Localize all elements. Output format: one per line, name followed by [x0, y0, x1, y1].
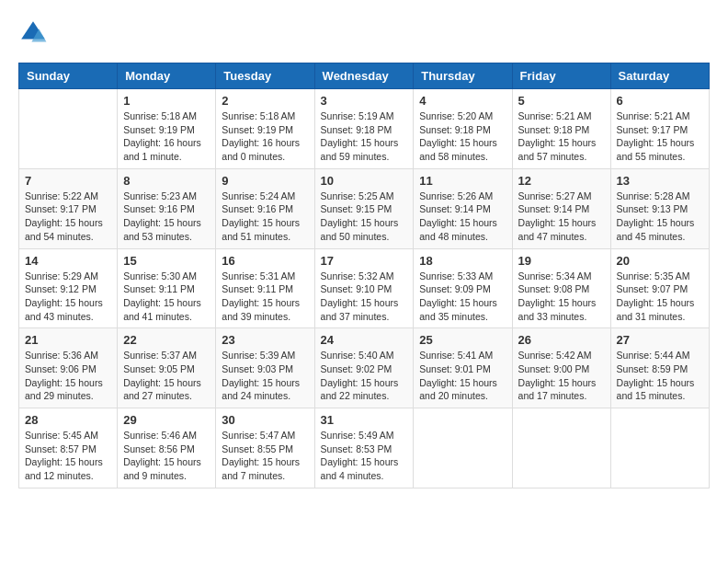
- calendar-cell: 21Sunrise: 5:36 AM Sunset: 9:06 PM Dayli…: [19, 328, 118, 408]
- day-number: 18: [419, 254, 506, 268]
- day-number: 29: [123, 413, 210, 427]
- calendar-cell: 16Sunrise: 5:31 AM Sunset: 9:11 PM Dayli…: [216, 248, 314, 328]
- calendar-cell: 24Sunrise: 5:40 AM Sunset: 9:02 PM Dayli…: [314, 328, 414, 408]
- calendar-cell: 18Sunrise: 5:33 AM Sunset: 9:09 PM Dayli…: [414, 248, 512, 328]
- logo-icon: [18, 18, 48, 48]
- day-number: 15: [123, 254, 210, 268]
- day-info: Sunrise: 5:36 AM Sunset: 9:06 PM Dayligh…: [25, 349, 111, 403]
- calendar-cell: 3Sunrise: 5:19 AM Sunset: 9:18 PM Daylig…: [314, 89, 414, 169]
- day-header-saturday: Saturday: [610, 63, 709, 89]
- day-info: Sunrise: 5:22 AM Sunset: 9:17 PM Dayligh…: [25, 190, 111, 244]
- calendar-cell: 29Sunrise: 5:46 AM Sunset: 8:56 PM Dayli…: [118, 408, 216, 488]
- day-number: 8: [123, 174, 210, 188]
- calendar-cell: 9Sunrise: 5:24 AM Sunset: 9:16 PM Daylig…: [216, 168, 314, 248]
- calendar-cell: 6Sunrise: 5:21 AM Sunset: 9:17 PM Daylig…: [610, 89, 709, 169]
- day-info: Sunrise: 5:49 AM Sunset: 8:53 PM Dayligh…: [321, 429, 408, 483]
- day-number: 12: [518, 174, 605, 188]
- day-number: 10: [321, 174, 408, 188]
- day-info: Sunrise: 5:40 AM Sunset: 9:02 PM Dayligh…: [321, 349, 408, 403]
- day-header-sunday: Sunday: [19, 63, 118, 89]
- day-info: Sunrise: 5:21 AM Sunset: 9:18 PM Dayligh…: [518, 109, 605, 164]
- calendar-cell: 28Sunrise: 5:45 AM Sunset: 8:57 PM Dayli…: [19, 408, 118, 488]
- day-info: Sunrise: 5:35 AM Sunset: 9:07 PM Dayligh…: [617, 270, 703, 324]
- day-number: 26: [518, 333, 605, 347]
- day-info: Sunrise: 5:29 AM Sunset: 9:12 PM Dayligh…: [25, 270, 111, 324]
- calendar-cell: 10Sunrise: 5:25 AM Sunset: 9:15 PM Dayli…: [314, 168, 414, 248]
- calendar-cell: 7Sunrise: 5:22 AM Sunset: 9:17 PM Daylig…: [19, 168, 118, 248]
- day-info: Sunrise: 5:18 AM Sunset: 9:19 PM Dayligh…: [222, 109, 308, 164]
- day-info: Sunrise: 5:32 AM Sunset: 9:10 PM Dayligh…: [321, 270, 408, 324]
- day-number: 2: [222, 94, 308, 108]
- calendar-cell: 27Sunrise: 5:44 AM Sunset: 8:59 PM Dayli…: [610, 328, 709, 408]
- day-info: Sunrise: 5:46 AM Sunset: 8:56 PM Dayligh…: [123, 429, 210, 483]
- page-header: [18, 18, 710, 48]
- calendar-cell: 22Sunrise: 5:37 AM Sunset: 9:05 PM Dayli…: [118, 328, 216, 408]
- day-number: 4: [419, 94, 506, 108]
- day-info: Sunrise: 5:19 AM Sunset: 9:18 PM Dayligh…: [321, 109, 408, 164]
- calendar-cell: 11Sunrise: 5:26 AM Sunset: 9:14 PM Dayli…: [414, 168, 512, 248]
- day-number: 22: [123, 333, 210, 347]
- day-number: 30: [222, 413, 308, 427]
- day-number: 5: [518, 94, 605, 108]
- day-number: 28: [25, 413, 111, 427]
- calendar-cell: 19Sunrise: 5:34 AM Sunset: 9:08 PM Dayli…: [512, 248, 610, 328]
- day-header-wednesday: Wednesday: [314, 63, 414, 89]
- day-number: 31: [321, 413, 408, 427]
- day-number: 16: [222, 254, 308, 268]
- calendar-cell: 23Sunrise: 5:39 AM Sunset: 9:03 PM Dayli…: [216, 328, 314, 408]
- day-info: Sunrise: 5:33 AM Sunset: 9:09 PM Dayligh…: [419, 270, 506, 324]
- day-info: Sunrise: 5:41 AM Sunset: 9:01 PM Dayligh…: [419, 349, 506, 403]
- calendar-cell: [19, 89, 118, 169]
- calendar-cell: 26Sunrise: 5:42 AM Sunset: 9:00 PM Dayli…: [512, 328, 610, 408]
- day-info: Sunrise: 5:45 AM Sunset: 8:57 PM Dayligh…: [25, 429, 111, 483]
- day-info: Sunrise: 5:37 AM Sunset: 9:05 PM Dayligh…: [123, 349, 210, 403]
- day-number: 14: [25, 254, 111, 268]
- day-number: 27: [617, 333, 703, 347]
- day-info: Sunrise: 5:25 AM Sunset: 9:15 PM Dayligh…: [321, 190, 408, 244]
- day-number: 11: [419, 174, 506, 188]
- calendar-cell: 30Sunrise: 5:47 AM Sunset: 8:55 PM Dayli…: [216, 408, 314, 488]
- day-header-tuesday: Tuesday: [216, 63, 314, 89]
- day-number: 20: [617, 254, 703, 268]
- day-number: 24: [321, 333, 408, 347]
- calendar-cell: [610, 408, 709, 488]
- calendar-cell: [414, 408, 512, 488]
- day-number: 21: [25, 333, 111, 347]
- calendar-cell: 15Sunrise: 5:30 AM Sunset: 9:11 PM Dayli…: [118, 248, 216, 328]
- day-info: Sunrise: 5:47 AM Sunset: 8:55 PM Dayligh…: [222, 429, 308, 483]
- calendar-week-3: 21Sunrise: 5:36 AM Sunset: 9:06 PM Dayli…: [19, 328, 710, 408]
- day-number: 19: [518, 254, 605, 268]
- day-number: 9: [222, 174, 308, 188]
- day-number: 25: [419, 333, 506, 347]
- calendar-cell: 1Sunrise: 5:18 AM Sunset: 9:19 PM Daylig…: [118, 89, 216, 169]
- day-number: 23: [222, 333, 308, 347]
- day-header-monday: Monday: [118, 63, 216, 89]
- day-info: Sunrise: 5:34 AM Sunset: 9:08 PM Dayligh…: [518, 270, 605, 324]
- calendar-table: SundayMondayTuesdayWednesdayThursdayFrid…: [18, 63, 710, 488]
- day-info: Sunrise: 5:30 AM Sunset: 9:11 PM Dayligh…: [123, 270, 210, 324]
- day-number: 6: [617, 94, 703, 108]
- calendar-cell: 13Sunrise: 5:28 AM Sunset: 9:13 PM Dayli…: [610, 168, 709, 248]
- day-info: Sunrise: 5:18 AM Sunset: 9:19 PM Dayligh…: [123, 109, 210, 164]
- calendar-cell: 14Sunrise: 5:29 AM Sunset: 9:12 PM Dayli…: [19, 248, 118, 328]
- calendar-week-4: 28Sunrise: 5:45 AM Sunset: 8:57 PM Dayli…: [19, 408, 710, 488]
- day-number: 1: [123, 94, 210, 108]
- calendar-cell: 8Sunrise: 5:23 AM Sunset: 9:16 PM Daylig…: [118, 168, 216, 248]
- calendar-cell: 20Sunrise: 5:35 AM Sunset: 9:07 PM Dayli…: [610, 248, 709, 328]
- calendar-cell: 31Sunrise: 5:49 AM Sunset: 8:53 PM Dayli…: [314, 408, 414, 488]
- day-info: Sunrise: 5:23 AM Sunset: 9:16 PM Dayligh…: [123, 190, 210, 244]
- day-number: 13: [617, 174, 703, 188]
- calendar-cell: 2Sunrise: 5:18 AM Sunset: 9:19 PM Daylig…: [216, 89, 314, 169]
- day-info: Sunrise: 5:21 AM Sunset: 9:17 PM Dayligh…: [617, 109, 703, 164]
- calendar-cell: [512, 408, 610, 488]
- calendar-week-0: 1Sunrise: 5:18 AM Sunset: 9:19 PM Daylig…: [19, 89, 710, 169]
- calendar-cell: 12Sunrise: 5:27 AM Sunset: 9:14 PM Dayli…: [512, 168, 610, 248]
- day-info: Sunrise: 5:44 AM Sunset: 8:59 PM Dayligh…: [617, 349, 703, 403]
- day-header-thursday: Thursday: [414, 63, 512, 89]
- day-info: Sunrise: 5:42 AM Sunset: 9:00 PM Dayligh…: [518, 349, 605, 403]
- calendar-cell: 5Sunrise: 5:21 AM Sunset: 9:18 PM Daylig…: [512, 89, 610, 169]
- day-info: Sunrise: 5:28 AM Sunset: 9:13 PM Dayligh…: [617, 190, 703, 244]
- day-info: Sunrise: 5:27 AM Sunset: 9:14 PM Dayligh…: [518, 190, 605, 244]
- calendar-header-row: SundayMondayTuesdayWednesdayThursdayFrid…: [19, 63, 710, 89]
- logo: [18, 18, 51, 48]
